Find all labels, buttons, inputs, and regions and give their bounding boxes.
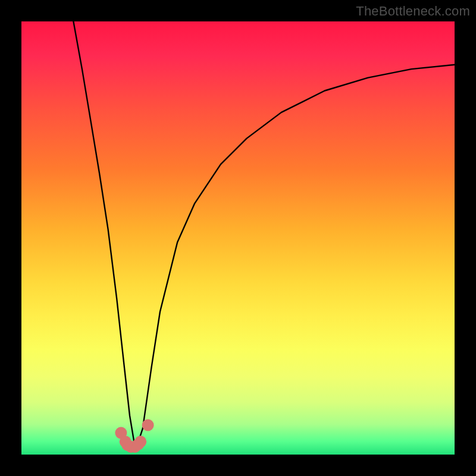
watermark-text: TheBottleneck.com [356,4,470,19]
plot-area [21,21,455,455]
highlight-dot [134,436,146,447]
highlight-dot [142,419,154,431]
curve-svg [21,21,455,455]
curve-path [73,21,455,441]
chart-frame: TheBottleneck.com [0,0,476,476]
highlight-dots [115,419,154,453]
